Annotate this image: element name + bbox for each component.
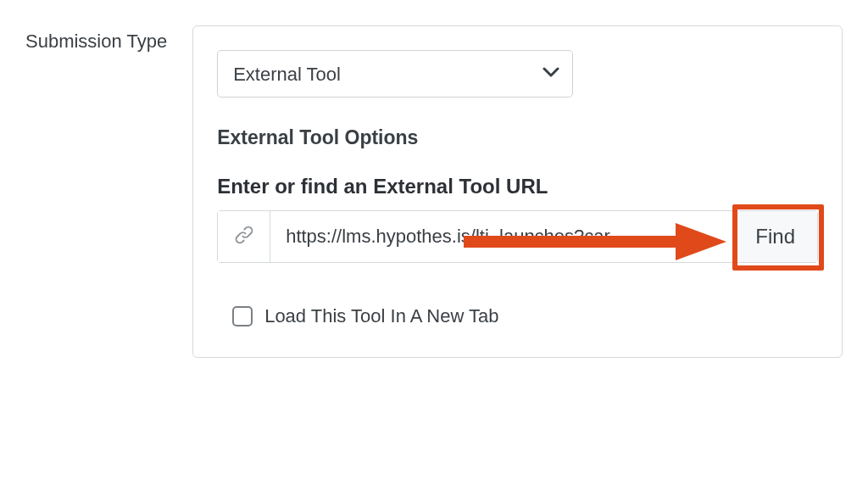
link-icon-box <box>218 211 270 262</box>
external-tool-url-row: Find <box>217 210 818 263</box>
external-tool-url-label: Enter or find an External Tool URL <box>217 175 818 198</box>
link-icon <box>233 224 255 249</box>
load-new-tab-checkbox-label: Load This Tool In A New Tab <box>264 305 498 327</box>
load-new-tab-checkbox[interactable] <box>232 306 253 327</box>
find-button[interactable]: Find <box>732 211 817 262</box>
external-tool-options-heading: External Tool Options <box>217 126 818 149</box>
submission-type-select[interactable]: External Tool <box>217 50 573 98</box>
submission-type-label: Submission Type <box>25 25 167 53</box>
submission-type-panel: External Tool External Tool Options Ente… <box>192 25 843 358</box>
external-tool-url-input[interactable] <box>270 211 732 262</box>
